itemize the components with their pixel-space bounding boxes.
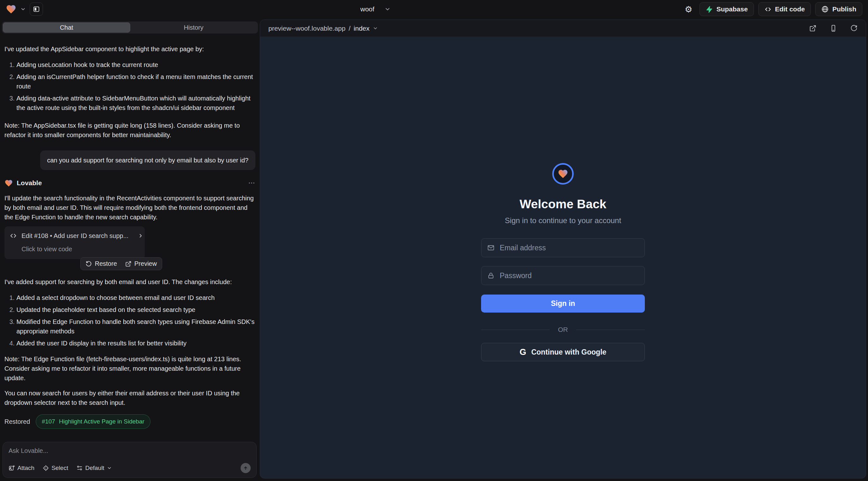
tab-chat[interactable]: Chat xyxy=(3,23,130,33)
edit-code-label: Edit code xyxy=(775,5,805,13)
toggle-sidebar-button[interactable] xyxy=(30,3,43,16)
mobile-view-icon[interactable] xyxy=(830,25,837,32)
lock-icon xyxy=(487,272,495,279)
refresh-icon[interactable] xyxy=(850,25,858,32)
assistant-paragraph: I've updated the AppSidebar component to… xyxy=(4,44,255,54)
select-button[interactable]: Select xyxy=(43,464,68,472)
arrow-up-icon xyxy=(243,465,248,471)
send-button[interactable] xyxy=(241,463,251,473)
sliders-icon xyxy=(76,465,83,471)
message-actions: Restore Preview xyxy=(80,257,162,270)
continue-with-google-button[interactable]: G Continue with Google xyxy=(481,343,645,361)
google-g-icon: G xyxy=(520,347,526,357)
panel-left-icon xyxy=(33,6,40,13)
signin-title: Welcome Back xyxy=(520,197,607,211)
user-message-bubble: can you add support for searching not on… xyxy=(40,151,255,170)
password-input[interactable] xyxy=(500,271,645,280)
preview-url: preview--woof.lovable.app xyxy=(268,25,345,32)
mode-selector[interactable]: Default xyxy=(76,464,112,472)
signin-form: Sign in xyxy=(481,238,645,313)
google-button-label: Continue with Google xyxy=(531,348,607,356)
chevron-right-icon xyxy=(138,233,144,238)
email-input[interactable] xyxy=(500,244,645,252)
assistant-note: Note: The Edge Function file (fetch-fire… xyxy=(4,354,255,383)
lovable-heart-avatar-icon xyxy=(4,179,13,187)
restore-button[interactable]: Restore xyxy=(86,260,117,267)
assistant-list: Adding useLocation hook to track the cur… xyxy=(4,60,255,113)
composer: Attach Select Default xyxy=(3,442,257,478)
edit-card-subtitle: Click to view code xyxy=(22,244,140,254)
assistant-note: Note: The AppSidebar.tsx file is getting… xyxy=(4,121,255,140)
assistant-paragraph: I've added support for searching by both… xyxy=(4,277,255,287)
list-item: Added the user ID display in the results… xyxy=(17,339,255,348)
chat-messages: I've updated the AppSidebar component to… xyxy=(4,38,255,439)
open-in-new-tab-icon[interactable] xyxy=(809,25,816,32)
assistant-paragraph: I'll update the search functionality in … xyxy=(4,193,255,222)
restored-version-badge[interactable]: #107 Highlight Active Page in Sidebar xyxy=(36,414,151,429)
signin-subtitle: Sign in to continue to your account xyxy=(505,216,621,225)
chevron-down-icon xyxy=(107,466,112,471)
attach-button[interactable]: Attach xyxy=(8,464,34,472)
topbar: woof ⚙ Supabase Edit code Publish xyxy=(0,0,868,18)
chevron-down-icon[interactable] xyxy=(20,6,26,12)
list-item: Added a select dropdown to choose betwee… xyxy=(17,293,255,302)
preview-panel: preview--woof.lovable.app / index xyxy=(260,20,866,478)
preview-url-breadcrumb[interactable]: preview--woof.lovable.app / index xyxy=(268,25,378,32)
project-switcher[interactable]: woof xyxy=(360,0,391,18)
assistant-list: Added a select dropdown to choose betwee… xyxy=(4,293,255,348)
chevron-down-icon xyxy=(384,6,391,12)
breadcrumb-separator: / xyxy=(349,25,350,32)
preview-page: index xyxy=(354,25,370,32)
supabase-button[interactable]: Supabase xyxy=(700,2,753,16)
publish-button[interactable]: Publish xyxy=(815,2,862,16)
restored-row: Restored #107 Highlight Active Page in S… xyxy=(4,414,255,429)
assistant-paragraph: You can now search for users by either t… xyxy=(4,388,255,407)
preview-label: Preview xyxy=(134,260,157,267)
external-link-icon xyxy=(125,261,131,267)
tab-history[interactable]: History xyxy=(130,23,257,33)
divider-label: OR xyxy=(558,326,568,333)
publish-label: Publish xyxy=(832,5,856,13)
preview-content: Welcome Back Sign in to continue to your… xyxy=(260,37,866,478)
list-item: Updated the placeholder text based on th… xyxy=(17,305,255,315)
divider-line xyxy=(481,330,550,330)
assistant-name: Lovable xyxy=(17,178,42,188)
sign-in-button[interactable]: Sign in xyxy=(481,294,645,313)
attach-label: Attach xyxy=(18,464,34,472)
code-icon xyxy=(9,232,17,239)
signin-card: Welcome Back Sign in to continue to your… xyxy=(481,163,645,478)
app-logo xyxy=(552,163,574,185)
or-divider: OR xyxy=(481,326,645,333)
edit-code-card[interactable]: Edit #108 • Add user ID search supp... C… xyxy=(4,226,145,259)
version-title: Highlight Active Page in Sidebar xyxy=(59,417,144,426)
mode-label: Default xyxy=(85,464,104,472)
edit-card-title: Edit #108 • Add user ID search supp... xyxy=(22,231,128,241)
code-icon xyxy=(764,6,772,13)
edit-code-button[interactable]: Edit code xyxy=(758,2,811,16)
chat-panel: Chat History I've updated the AppSidebar… xyxy=(0,18,260,481)
settings-button[interactable]: ⚙ xyxy=(682,3,695,16)
chat-input[interactable] xyxy=(8,447,251,454)
email-field[interactable] xyxy=(481,238,645,257)
assistant-header: Lovable xyxy=(4,178,255,188)
lovable-heart-logo-icon[interactable] xyxy=(6,4,17,14)
select-label: Select xyxy=(52,464,68,472)
gear-icon: ⚙ xyxy=(685,5,692,13)
list-item: Modified the Edge Function to handle bot… xyxy=(17,317,255,336)
preview-button[interactable]: Preview xyxy=(125,260,157,267)
supabase-bolt-icon xyxy=(706,6,713,13)
supabase-label: Supabase xyxy=(716,5,748,13)
password-field[interactable] xyxy=(481,266,645,285)
heart-icon xyxy=(558,168,568,179)
mail-icon xyxy=(487,244,495,252)
target-icon xyxy=(43,465,49,471)
restored-label: Restored xyxy=(4,417,30,426)
more-options-icon[interactable] xyxy=(248,179,255,187)
version-number: #107 xyxy=(42,417,55,426)
list-item: Adding an isCurrentPath helper function … xyxy=(17,72,255,91)
preview-toolbar: preview--woof.lovable.app / index xyxy=(260,20,866,37)
chat-history-tabs: Chat History xyxy=(2,22,258,33)
list-item: Adding useLocation hook to track the cur… xyxy=(17,60,255,69)
globe-icon xyxy=(821,5,829,13)
project-name: woof xyxy=(360,5,374,13)
